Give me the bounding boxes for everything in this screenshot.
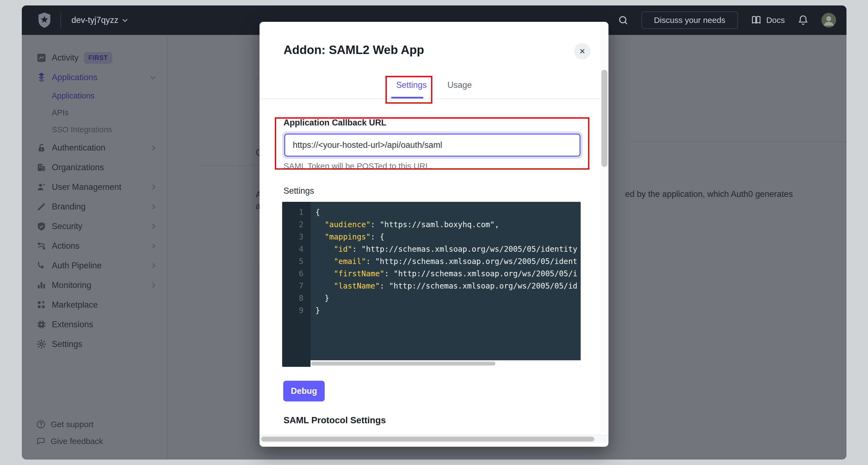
code-text: "mappings": { <box>311 231 581 243</box>
modal-horizontal-scrollbar[interactable] <box>259 435 609 443</box>
tenant-name: dev-tyj7qyzz <box>71 15 118 25</box>
editor-horizontal-scrollbar-thumb[interactable] <box>311 361 495 366</box>
search-icon[interactable] <box>617 14 629 26</box>
line-number: 1 <box>282 206 311 219</box>
line-number: 2 <box>282 219 311 231</box>
settings-section-label: Settings <box>283 186 314 196</box>
settings-code-editor[interactable]: 1{2 "audience": "https://saml.boxyhq.com… <box>282 202 581 367</box>
code-text: "firstName": "http://schemas.xmlsoap.org… <box>311 267 581 280</box>
code-line-7: 7 "lastName": "http://schemas.xmlsoap.or… <box>282 280 581 292</box>
modal-vertical-scrollbar[interactable] <box>600 24 609 432</box>
code-line-6: 6 "firstName": "http://schemas.xmlsoap.o… <box>282 267 581 280</box>
tab-settings[interactable]: Settings <box>396 80 427 90</box>
modal-tabs: Settings Usage <box>259 80 609 90</box>
code-text: "audience": "https://saml.boxyhq.com", <box>311 219 581 231</box>
saml-protocol-settings-heading: SAML Protocol Settings <box>283 415 386 426</box>
user-avatar[interactable] <box>822 13 836 28</box>
code-line-2: 2 "audience": "https://saml.boxyhq.com", <box>282 219 581 231</box>
code-text: } <box>311 304 581 317</box>
line-number: 8 <box>282 292 311 304</box>
callback-url-label: Application Callback URL <box>283 118 386 128</box>
code-line-5: 5 "email": "http://schemas.xmlsoap.org/w… <box>282 255 581 267</box>
topbar-divider <box>61 12 61 28</box>
modal-horizontal-scrollbar-thumb[interactable] <box>261 437 594 441</box>
line-number: 7 <box>282 280 311 292</box>
line-number: 4 <box>282 243 311 255</box>
addon-saml2-modal: Addon: SAML2 Web App × Settings Usage Ap… <box>259 22 609 447</box>
notifications-bell-icon[interactable] <box>797 14 809 26</box>
line-number: 9 <box>282 304 311 317</box>
code-text: "id": "http://schemas.xmlsoap.org/ws/200… <box>311 243 581 255</box>
code-text: { <box>311 206 581 219</box>
code-text: "email": "http://schemas.xmlsoap.org/ws/… <box>311 255 581 267</box>
code-text: } <box>311 292 581 304</box>
code-line-8: 8 } <box>282 292 581 304</box>
discuss-your-needs-button[interactable]: Discuss your needs <box>642 11 738 29</box>
callback-url-helper: SAML Token will be POSTed to this URL. <box>283 162 432 171</box>
debug-button[interactable]: Debug <box>283 381 325 402</box>
modal-vertical-scrollbar-thumb[interactable] <box>601 70 608 167</box>
close-icon[interactable]: × <box>574 43 590 59</box>
code-line-1: 1{ <box>282 206 581 219</box>
chevron-down-icon <box>123 17 128 22</box>
code-line-9: 9} <box>282 304 581 317</box>
code-line-3: 3 "mappings": { <box>282 231 581 243</box>
tab-usage[interactable]: Usage <box>447 80 472 90</box>
book-icon <box>750 14 762 26</box>
modal-title: Addon: SAML2 Web App <box>283 43 424 57</box>
docs-link[interactable]: Docs <box>750 14 785 26</box>
code-line-4: 4 "id": "http://schemas.xmlsoap.org/ws/2… <box>282 243 581 255</box>
code-text: "lastName": "http://schemas.xmlsoap.org/… <box>311 280 581 292</box>
line-number: 3 <box>282 231 311 243</box>
callback-url-input[interactable] <box>284 134 580 156</box>
line-number: 6 <box>282 267 311 280</box>
tabs-divider <box>259 98 609 99</box>
docs-label: Docs <box>766 16 785 25</box>
line-number: 5 <box>282 255 311 267</box>
auth0-logo-icon[interactable] <box>38 12 51 28</box>
tenant-switcher[interactable]: dev-tyj7qyzz <box>71 5 127 35</box>
editor-horizontal-scrollbar[interactable] <box>311 360 581 367</box>
